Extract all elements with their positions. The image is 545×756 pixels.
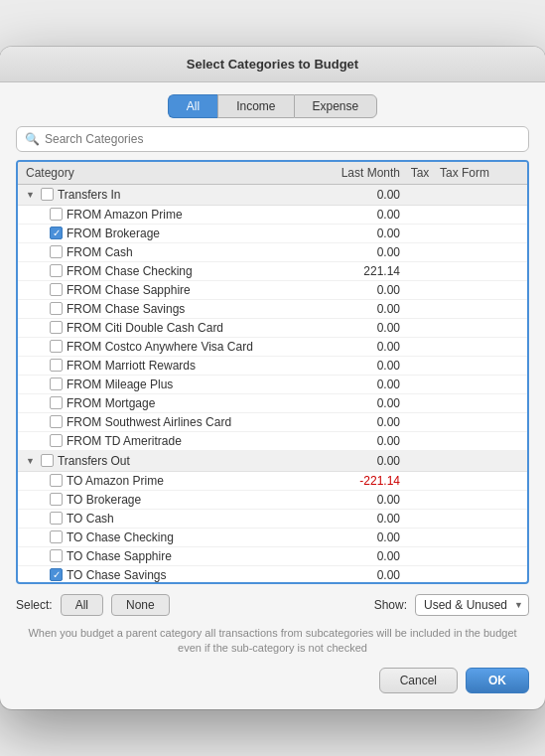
table-row: FROM Southwest Airlines Card 0.00 xyxy=(18,413,527,432)
group-label: Transfers Out xyxy=(58,454,130,468)
segment-expense[interactable]: Expense xyxy=(294,94,378,118)
item-label: FROM Mortgage xyxy=(67,396,155,410)
cancel-button[interactable]: Cancel xyxy=(379,668,458,693)
table-row: TO Brokerage 0.00 xyxy=(18,491,527,510)
item-label: FROM Cash xyxy=(67,245,133,259)
table-row: FROM Chase Sapphire 0.00 xyxy=(18,281,527,300)
show-select-wrapper: Used & Unused Used Unused xyxy=(415,594,529,616)
search-icon: 🔍 xyxy=(25,132,40,146)
table-row: TO Cash 0.00 xyxy=(18,510,527,529)
item-amount: 0.00 xyxy=(311,549,400,563)
item-checkbox[interactable] xyxy=(50,378,63,390)
item-amount: -221.14 xyxy=(311,474,400,488)
show-label: Show: xyxy=(374,598,407,612)
item-checkbox[interactable] xyxy=(50,283,63,296)
item-amount: 0.00 xyxy=(311,321,400,335)
table-row: FROM Citi Double Cash Card 0.00 xyxy=(18,319,527,338)
item-label: TO Chase Savings xyxy=(67,568,167,582)
item-label: FROM Mileage Plus xyxy=(67,378,173,391)
item-amount: 0.00 xyxy=(311,415,400,429)
item-checkbox[interactable] xyxy=(50,208,63,221)
expand-icon[interactable]: ▼ xyxy=(26,190,35,200)
item-label: FROM Costco Anywhere Visa Card xyxy=(67,340,253,354)
table-row: TO Amazon Prime -221.14 xyxy=(18,472,527,491)
group-checkbox[interactable] xyxy=(41,188,54,201)
item-label: TO Amazon Prime xyxy=(67,474,164,488)
item-checkbox[interactable] xyxy=(50,512,63,525)
item-label: TO Chase Checking xyxy=(67,530,174,544)
table-row: FROM Cash 0.00 xyxy=(18,243,527,262)
col-category: Category xyxy=(26,166,311,180)
item-label: FROM Chase Checking xyxy=(67,264,193,278)
select-categories-dialog: Select Categories to Budget All Income E… xyxy=(0,47,545,710)
item-checkbox[interactable] xyxy=(50,568,63,581)
table-row: FROM Mileage Plus 0.00 xyxy=(18,376,527,394)
item-amount: 221.14 xyxy=(311,264,400,278)
item-checkbox[interactable] xyxy=(50,227,63,239)
segment-income[interactable]: Income xyxy=(217,94,293,118)
group-amount: 0.00 xyxy=(311,454,400,468)
item-amount: 0.00 xyxy=(311,359,400,373)
hint-text: When you budget a parent category all tr… xyxy=(0,620,545,665)
item-label: FROM Chase Savings xyxy=(67,302,185,316)
select-all-button[interactable]: All xyxy=(61,594,103,616)
filter-segment-control: All Income Expense xyxy=(0,94,545,118)
item-amount: 0.00 xyxy=(311,227,400,240)
item-checkbox[interactable] xyxy=(50,530,63,543)
item-checkbox[interactable] xyxy=(50,340,63,353)
group-checkbox[interactable] xyxy=(41,454,54,467)
search-bar: 🔍 xyxy=(16,126,529,152)
ok-button[interactable]: OK xyxy=(466,668,529,693)
item-label: TO Cash xyxy=(67,512,114,526)
item-amount: 0.00 xyxy=(311,396,400,410)
segment-all[interactable]: All xyxy=(168,94,217,118)
show-select[interactable]: Used & Unused Used Unused xyxy=(415,594,529,616)
expand-icon[interactable]: ▼ xyxy=(26,456,35,466)
item-checkbox[interactable] xyxy=(50,396,63,409)
item-checkbox[interactable] xyxy=(50,264,63,277)
table-row: FROM Mortgage 0.00 xyxy=(18,394,527,413)
item-label: TO Brokerage xyxy=(67,493,141,507)
item-checkbox[interactable] xyxy=(50,302,63,315)
item-label: FROM TD Ameritrade xyxy=(67,434,182,448)
search-input[interactable] xyxy=(16,126,529,152)
title-bar: Select Categories to Budget xyxy=(0,47,545,82)
item-checkbox[interactable] xyxy=(50,474,63,487)
item-amount: 0.00 xyxy=(311,283,400,297)
item-label: FROM Brokerage xyxy=(67,227,160,240)
table-group-row: ▼ Transfers In 0.00 xyxy=(18,185,527,206)
dialog-title: Select Categories to Budget xyxy=(16,57,529,72)
item-amount: 0.00 xyxy=(311,245,400,259)
item-checkbox[interactable] xyxy=(50,321,63,334)
bottom-bar: Select: All None Show: Used & Unused Use… xyxy=(0,584,545,620)
item-label: FROM Citi Double Cash Card xyxy=(67,321,223,335)
item-checkbox[interactable] xyxy=(50,359,63,372)
item-checkbox[interactable] xyxy=(50,493,63,506)
item-label: FROM Southwest Airlines Card xyxy=(67,415,231,429)
item-amount: 0.00 xyxy=(311,378,400,391)
item-amount: 0.00 xyxy=(311,434,400,448)
table-row: FROM Costco Anywhere Visa Card 0.00 xyxy=(18,338,527,357)
item-label: FROM Marriott Rewards xyxy=(67,359,196,373)
item-checkbox[interactable] xyxy=(50,245,63,258)
table-row: FROM Amazon Prime 0.00 xyxy=(18,206,527,225)
item-amount: 0.00 xyxy=(311,208,400,222)
col-last-month: Last Month xyxy=(311,166,400,180)
item-amount: 0.00 xyxy=(311,302,400,316)
table-row: FROM Chase Savings 0.00 xyxy=(18,300,527,319)
item-checkbox[interactable] xyxy=(50,415,63,428)
item-label: FROM Amazon Prime xyxy=(67,208,183,222)
table-row: FROM Brokerage 0.00 xyxy=(18,225,527,243)
item-checkbox[interactable] xyxy=(50,434,63,447)
item-amount: 0.00 xyxy=(311,512,400,526)
item-label: TO Chase Sapphire xyxy=(67,549,172,563)
col-tax-form: Tax Form xyxy=(440,166,519,180)
table-body: ▼ Transfers In 0.00 FROM Amazon Prime 0.… xyxy=(18,185,527,582)
item-checkbox[interactable] xyxy=(50,549,63,562)
select-none-button[interactable]: None xyxy=(111,594,170,616)
table-row: FROM TD Ameritrade 0.00 xyxy=(18,432,527,451)
table-row: FROM Chase Checking 221.14 xyxy=(18,262,527,281)
table-row: FROM Marriott Rewards 0.00 xyxy=(18,357,527,376)
select-group: Select: All None xyxy=(16,594,170,616)
item-amount: 0.00 xyxy=(311,340,400,354)
